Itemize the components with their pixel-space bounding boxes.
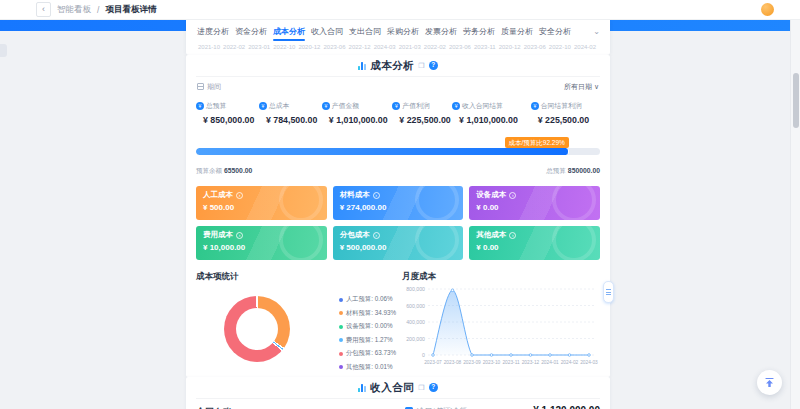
app-root: ‹ 智能看板 / 项目看板详情 进度分析资金分析成本分析收入合同支出合同采购分析…	[0, 0, 800, 409]
metric-item: ¥合同结算利润¥ 225,500.00	[531, 101, 600, 125]
breadcrumb-root[interactable]: 智能看板	[57, 4, 91, 16]
legend-item[interactable]: 材料预算: 34.93%	[339, 309, 396, 318]
svg-text:2023-10: 2023-10	[483, 360, 501, 365]
cost-card-3[interactable]: 设备成本›¥ 0.00	[469, 186, 600, 220]
contract-amount-panel: (合同+签证)金额 ¥ 1,120,000.00 98.21% 合同金额¥ 1,…	[405, 401, 600, 409]
budget-progress-fill	[196, 148, 569, 155]
sidebar-collapse-handle[interactable]	[0, 44, 7, 57]
grip-icon	[606, 289, 611, 290]
legend-item[interactable]: 人工预算: 0.06%	[339, 295, 396, 304]
panel-icon: ❐	[418, 62, 424, 69]
chevron-right-icon: ›	[373, 192, 380, 199]
legend-text: 人工预算: 0.06%	[346, 295, 393, 304]
cost-card-value: ¥ 500.00	[203, 203, 320, 212]
period-tick: 2022-10	[273, 44, 295, 50]
chevron-down-icon[interactable]: ⌄	[591, 27, 602, 40]
period-tick: 2023-01	[248, 44, 270, 50]
coin-icon: ¥	[322, 102, 330, 110]
income-contract-card: 收入合同 ❐ ? 合同台账 合同总数1签证总数1 (合同+签证)金额 ¥ 1,1…	[186, 377, 610, 409]
tab-9[interactable]: 质量分析	[498, 24, 536, 42]
tab-5[interactable]: 支出合同	[346, 24, 384, 42]
avatar[interactable]	[761, 3, 774, 16]
back-button[interactable]: ‹	[36, 2, 51, 17]
svg-text:600,000: 600,000	[406, 303, 425, 309]
period-tick: 2020-12	[499, 44, 521, 50]
budget-progress-bar	[196, 148, 600, 155]
amount-row: (合同+签证)金额 ¥ 1,120,000.00	[405, 405, 600, 409]
legend-dot	[339, 325, 343, 329]
metric-label: 总预算	[206, 101, 226, 111]
tab-6[interactable]: 采购分析	[384, 24, 422, 42]
cost-card-label: 设备成本	[476, 190, 506, 200]
cost-card-6[interactable]: 其他成本›¥ 0.00	[469, 226, 600, 260]
tabs-row: 进度分析资金分析成本分析收入合同支出合同采购分析发票分析劳务分析质量分析安全分析…	[194, 24, 602, 42]
cost-card-label-row: 分包成本›	[340, 230, 457, 240]
scrollbar-thumb[interactable]	[793, 73, 799, 128]
cost-card-value: ¥ 10,000.00	[203, 243, 320, 252]
cost-card-label: 分包成本	[340, 230, 370, 240]
legend-text: 其他预算: 0.01%	[346, 363, 393, 372]
income-body: 合同台账 合同总数1签证总数1 (合同+签证)金额 ¥ 1,120,000.00…	[196, 399, 600, 409]
tab-8[interactable]: 劳务分析	[460, 24, 498, 42]
svg-text:2023-07: 2023-07	[424, 360, 442, 365]
legend-item[interactable]: 其他预算: 0.01%	[339, 363, 396, 372]
panel-icon: ❐	[418, 384, 424, 391]
period-tick: 2022-02	[424, 44, 446, 50]
budget-left-label: 预算余额	[196, 167, 222, 174]
cost-card-label-row: 设备成本›	[476, 190, 593, 200]
metric-label: 产值利润	[402, 101, 429, 111]
period-ticks-row: 2021-102022-022023-012022-102020-122023-…	[194, 42, 602, 55]
cost-section-header: 成本分析 ❐ ?	[196, 55, 600, 77]
donut-chart-title: 成本项统计	[196, 271, 398, 283]
cost-card-value: ¥ 500,000.00	[340, 243, 457, 252]
chart-zoom-handle[interactable]	[603, 281, 614, 303]
svg-text:2024-01: 2024-01	[541, 360, 559, 365]
period-label: 期间	[207, 82, 221, 92]
help-icon[interactable]: ?	[429, 61, 438, 70]
cost-card-label-row: 材料成本›	[340, 190, 457, 200]
period-tick: 2022-10	[549, 44, 571, 50]
period-dropdown[interactable]: 所有日期 ∨	[564, 82, 599, 92]
tabs-card: 进度分析资金分析成本分析收入合同支出合同采购分析发票分析劳务分析质量分析安全分析…	[186, 20, 610, 55]
help-icon[interactable]: ?	[429, 383, 438, 392]
chevron-right-icon: ›	[373, 232, 380, 239]
legend-text: 分包预算: 63.73%	[346, 349, 396, 358]
tab-10[interactable]: 安全分析	[536, 24, 574, 42]
cost-card-1[interactable]: 人工成本›¥ 500.00	[196, 186, 327, 220]
back-to-top-button[interactable]	[757, 370, 782, 395]
back-to-top-icon	[764, 377, 775, 388]
cost-card-4[interactable]: 费用成本›¥ 10,000.00	[196, 226, 327, 260]
metric-head: ¥收入合同结算	[452, 101, 531, 111]
tab-3[interactable]: 成本分析	[270, 24, 308, 42]
legend-text: 材料预算: 34.93%	[346, 309, 396, 318]
period-tick: 2023-11	[474, 44, 496, 50]
tab-1[interactable]: 进度分析	[194, 24, 232, 42]
legend-item[interactable]: 费用预算: 1.27%	[339, 336, 396, 345]
metric-head: ¥产值利润	[392, 101, 452, 111]
svg-text:200,000: 200,000	[406, 336, 425, 342]
amount-value: ¥ 1,120,000.00	[533, 405, 600, 409]
cost-card-2[interactable]: 材料成本›¥ 274,000.00	[333, 186, 464, 220]
monthly-area-chart: 0200,000400,000600,000800,0002023-072023…	[402, 283, 600, 373]
cost-card-5[interactable]: 分包成本›¥ 500,000.00	[333, 226, 464, 260]
metric-value: ¥ 1,010,000.00	[329, 115, 392, 125]
tab-7[interactable]: 发票分析	[422, 24, 460, 42]
metrics-row: ¥总预算¥ 850,000.00¥总成本¥ 784,500.00¥产值金额¥ 1…	[196, 94, 600, 128]
tab-4[interactable]: 收入合同	[308, 24, 346, 42]
svg-text:2024-03: 2024-03	[580, 360, 598, 365]
amount-label: (合同+签证)金额	[416, 406, 467, 409]
metric-label: 收入合同结算	[462, 101, 503, 111]
metric-item: ¥产值金额¥ 1,010,000.00	[322, 101, 392, 125]
tab-2[interactable]: 资金分析	[232, 24, 270, 42]
legend-item[interactable]: 设备预算: 0.00%	[339, 322, 396, 331]
legend-item[interactable]: 分包预算: 63.73%	[339, 349, 396, 358]
cost-card-label: 材料成本	[340, 190, 370, 200]
svg-text:800,000: 800,000	[406, 286, 425, 292]
chart-bars-icon	[358, 62, 366, 70]
metric-item: ¥产值利润¥ 225,500.00	[392, 101, 452, 125]
main-column: 进度分析资金分析成本分析收入合同支出合同采购分析发票分析劳务分析质量分析安全分析…	[186, 20, 610, 409]
budget-right-value: 850000.00	[568, 167, 600, 174]
cost-card-label: 费用成本	[203, 230, 233, 240]
budget-left-value: 65500.00	[224, 167, 252, 174]
cost-card-value: ¥ 274,000.00	[340, 203, 457, 212]
